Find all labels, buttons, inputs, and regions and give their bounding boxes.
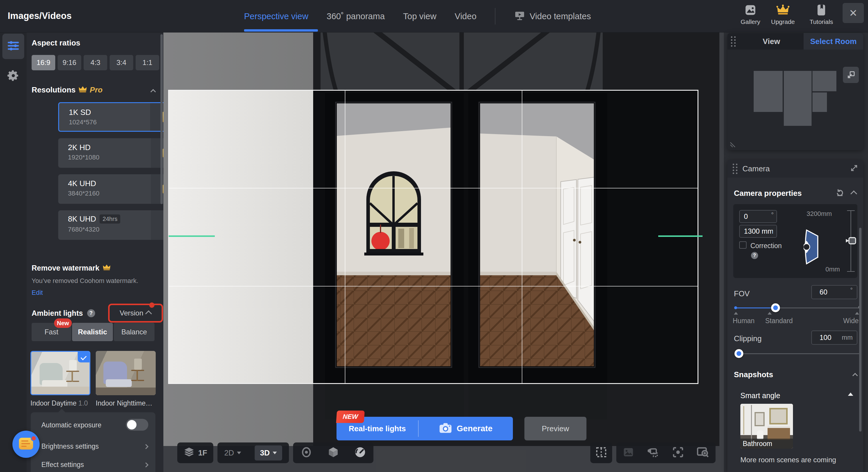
watermark-header: Remove watermark bbox=[32, 263, 111, 272]
preset-nighttime-label: Indoor Nighttime… bbox=[96, 399, 152, 407]
visibility-icon[interactable] bbox=[301, 447, 312, 459]
split-frame-icon bbox=[595, 446, 607, 459]
floorplan-room[interactable] bbox=[784, 71, 812, 126]
floorplan-room[interactable] bbox=[812, 71, 836, 91]
panel-drag-handle[interactable] bbox=[733, 164, 738, 174]
clipping-slider[interactable] bbox=[736, 352, 859, 355]
aspect-ratio-group: 16:9 9:16 4:3 3:4 1:1 bbox=[32, 55, 159, 70]
tab-top-view[interactable]: Top view bbox=[403, 11, 436, 21]
tab-video[interactable]: Video bbox=[455, 11, 476, 21]
tab-360-panorama[interactable]: 360˚ panorama bbox=[327, 11, 385, 21]
version-dropdown[interactable]: Version bbox=[108, 304, 163, 322]
resolutions-collapse-icon[interactable] bbox=[150, 89, 156, 94]
resolutions-title: Resolutions bbox=[32, 85, 75, 95]
panel-drag-handle[interactable] bbox=[727, 33, 739, 50]
preset-daytime-label: Indoor Daytime 1.0 bbox=[30, 399, 88, 407]
camera-properties-box: ° Correction ? 3200mm 0mm bbox=[733, 204, 857, 278]
help-icon[interactable]: ? bbox=[87, 309, 95, 317]
gallery-button[interactable]: Gallery bbox=[737, 4, 764, 25]
camera-panel-scrollbar[interactable] bbox=[859, 228, 862, 432]
rail-item-settings[interactable] bbox=[2, 64, 24, 88]
mode-2d-dropdown[interactable]: 2D bbox=[224, 448, 241, 458]
pro-label: Pro bbox=[90, 85, 102, 95]
fov-slider-handle[interactable] bbox=[771, 303, 780, 312]
mode-3d-dropdown[interactable]: 3D bbox=[255, 445, 282, 461]
panel-scrollbar[interactable] bbox=[160, 34, 163, 204]
zoom-region-icon[interactable] bbox=[696, 446, 709, 459]
panel-resize-handle[interactable] bbox=[730, 139, 738, 148]
help-icon[interactable]: ? bbox=[751, 252, 758, 259]
preview-button[interactable]: Preview bbox=[524, 417, 586, 440]
floorplan-room[interactable] bbox=[812, 92, 827, 112]
split-view-button[interactable] bbox=[590, 442, 612, 463]
image-icon[interactable] bbox=[623, 447, 634, 459]
fov-slider[interactable] bbox=[736, 307, 859, 309]
correction-checkbox[interactable] bbox=[739, 241, 747, 249]
cube-icon[interactable] bbox=[327, 446, 339, 459]
aspect-9-16[interactable]: 9:16 bbox=[58, 55, 81, 70]
tab-view[interactable]: View bbox=[739, 33, 804, 50]
reset-icon[interactable] bbox=[836, 188, 844, 198]
expand-panel-icon[interactable] bbox=[850, 164, 858, 173]
floor-selector[interactable]: 1F bbox=[177, 442, 213, 463]
snapshots-title: Snapshots bbox=[734, 370, 773, 379]
top-bar: Images/Videos Perspective view 360˚ pano… bbox=[0, 0, 868, 32]
aspect-1-1[interactable]: 1:1 bbox=[135, 55, 159, 70]
effect-settings-row[interactable]: Effect settings bbox=[41, 461, 148, 472]
mode-realistic[interactable]: Realistic bbox=[72, 323, 113, 341]
clipping-input[interactable]: 100 mm bbox=[811, 331, 857, 345]
generate-button[interactable]: Generate bbox=[418, 417, 513, 440]
book-icon bbox=[815, 12, 827, 18]
floorplan-room[interactable] bbox=[754, 71, 783, 112]
panel-pointer bbox=[58, 409, 66, 413]
preset-indoor-daytime[interactable] bbox=[30, 351, 90, 395]
snapshots-collapse-icon[interactable] bbox=[852, 373, 858, 378]
watermark-edit-link[interactable]: Edit bbox=[32, 289, 43, 296]
layers-icon bbox=[183, 447, 195, 459]
smart-angle-label: Smart angle bbox=[740, 391, 780, 400]
clipping-slider-handle[interactable] bbox=[735, 349, 743, 358]
preset-indoor-nighttime[interactable] bbox=[96, 351, 156, 395]
tab-divider bbox=[495, 8, 495, 25]
smart-angle-collapse-icon[interactable] bbox=[848, 392, 853, 396]
crown-icon bbox=[776, 12, 790, 18]
selected-check bbox=[78, 352, 90, 363]
expand-floorplan-button[interactable] bbox=[843, 67, 859, 83]
aspect-16-9[interactable]: 16:9 bbox=[32, 55, 55, 70]
tab-select-room[interactable]: Select Room bbox=[804, 33, 863, 50]
tab-perspective-view[interactable]: Perspective view bbox=[244, 11, 308, 21]
auto-exposure-toggle[interactable] bbox=[126, 419, 148, 431]
toggle-knob bbox=[127, 420, 136, 430]
tutorials-button[interactable]: Tutorials bbox=[808, 4, 835, 25]
performance-gauge-icon[interactable] bbox=[354, 446, 366, 459]
fov-input[interactable]: 60 ° bbox=[811, 285, 857, 299]
crop-dim-top bbox=[163, 32, 724, 90]
camera-crop-icon[interactable] bbox=[647, 447, 659, 459]
light-settings-panel: Automatic exposure Brightness settings E… bbox=[31, 412, 155, 472]
upgrade-button[interactable]: Upgrade bbox=[770, 4, 796, 25]
tab-video-templates[interactable]: Video templates bbox=[514, 10, 591, 23]
auto-exposure-label: Automatic exposure bbox=[41, 421, 101, 429]
crop-dim-left bbox=[163, 90, 168, 384]
guide-line-right bbox=[658, 235, 703, 237]
rail-item-render-settings[interactable] bbox=[2, 34, 24, 59]
camera-height-input[interactable] bbox=[739, 225, 777, 238]
aspect-4-3[interactable]: 4:3 bbox=[84, 55, 107, 70]
mode-balance[interactable]: Balance bbox=[114, 323, 155, 341]
aspect-3-4[interactable]: 3:4 bbox=[110, 55, 133, 70]
capture-tools-bar bbox=[616, 442, 716, 463]
brightness-settings-row[interactable]: Brightness settings bbox=[41, 442, 148, 454]
fov-wedge-graphic[interactable] bbox=[804, 228, 824, 267]
notification-dot bbox=[31, 435, 37, 441]
support-chat-button[interactable] bbox=[12, 431, 39, 458]
crop-frame[interactable] bbox=[168, 90, 699, 384]
height-slider-camera-handle[interactable] bbox=[845, 235, 857, 247]
snapshot-bathroom[interactable]: Bathroom bbox=[740, 404, 793, 449]
guide-line-left bbox=[169, 235, 215, 237]
focus-point-icon[interactable] bbox=[672, 446, 684, 459]
view-panel: View Select Room bbox=[727, 33, 863, 150]
close-button[interactable]: ✕ bbox=[843, 3, 864, 23]
grid-line-v1 bbox=[345, 91, 345, 383]
camera-panel-title: Camera bbox=[742, 164, 770, 174]
collapse-properties-icon[interactable] bbox=[850, 190, 857, 197]
